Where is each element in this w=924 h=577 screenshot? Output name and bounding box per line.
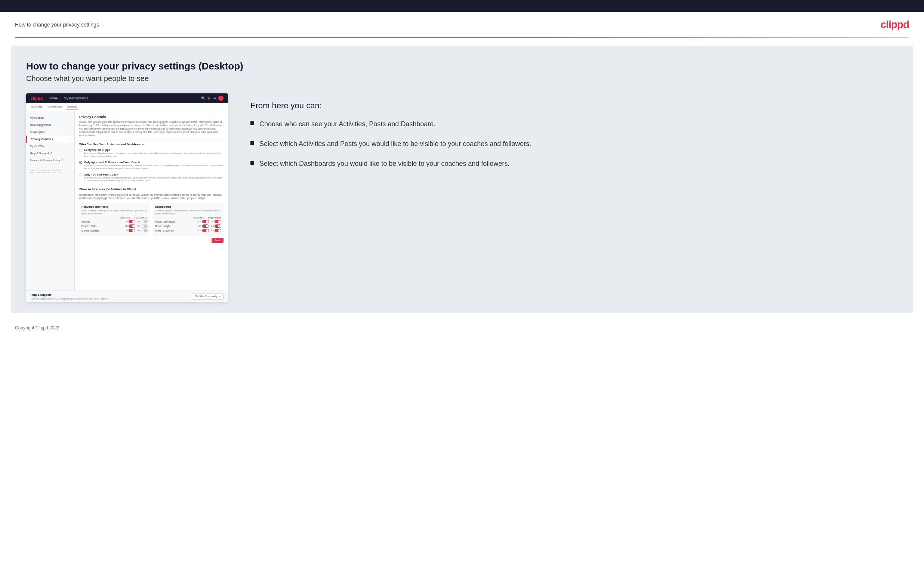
bullet-item-2: Select which Activities and Posts you wo… bbox=[250, 139, 898, 148]
mock-toggle-rounds-followers[interactable] bbox=[141, 220, 148, 223]
mock-toggle-practice-coaches[interactable] bbox=[129, 224, 135, 228]
mock-nav-home: Home bbox=[48, 96, 58, 100]
mock-toggle-section: Activities and Posts Select the types of… bbox=[79, 203, 223, 235]
mock-toggle-round-followers[interactable] bbox=[215, 224, 221, 228]
mock-nav-performance: My Performance bbox=[63, 96, 88, 100]
mock-toggle-what-to-work: What To Work On ON ON bbox=[155, 229, 221, 232]
mock-tabs: My Profile Connections Settings bbox=[26, 103, 228, 111]
mock-sidebar-help[interactable]: Help & Support ↗ bbox=[26, 150, 74, 157]
mock-radio-only-you-btn[interactable] bbox=[79, 173, 82, 176]
mock-toggle-player-coaches[interactable] bbox=[202, 220, 209, 223]
mock-sidebar: My Account › Data Integrations › Subscri… bbox=[26, 111, 75, 290]
mock-tab-connections[interactable]: Connections bbox=[46, 105, 63, 110]
mock-divider-1 bbox=[79, 140, 223, 140]
mock-save-row: Save bbox=[79, 238, 223, 243]
mock-toggle-round-coaches[interactable] bbox=[202, 224, 209, 228]
header-title: How to change your privacy settings bbox=[15, 22, 99, 27]
page-heading: How to change your privacy settings (Des… bbox=[26, 61, 898, 72]
mock-help-desc: Visit our Clippd community to troublesho… bbox=[31, 298, 109, 300]
mock-show-hide-title: Show or hide specific features in Clippd bbox=[79, 187, 223, 191]
mock-radio-only-you: Only You and Your Coach Only you and the… bbox=[79, 173, 223, 183]
mock-logo: clippd bbox=[31, 96, 43, 100]
copyright: Copyright Clippd 2022 bbox=[15, 325, 60, 330]
mock-tab-settings[interactable]: Settings bbox=[66, 105, 78, 110]
mock-toggle-work-coaches[interactable] bbox=[202, 229, 209, 232]
mock-help-content: Help & Support Visit our Clippd communit… bbox=[31, 293, 109, 300]
top-bar bbox=[0, 0, 924, 12]
bullet-item-3: Select which Dashboards you would like t… bbox=[250, 159, 898, 168]
bullet-square-3 bbox=[250, 161, 254, 165]
mock-toggle-manual-coaches[interactable] bbox=[129, 229, 135, 232]
mock-chevron-data: › bbox=[70, 124, 71, 126]
content-layout: clippd Home My Performance 🔍 ⊞ ••• My Pr… bbox=[26, 93, 898, 302]
bullet-list: Choose who can see your Activities, Post… bbox=[250, 119, 898, 169]
mock-toggle-practice: Practice Drills ON ON bbox=[81, 224, 148, 228]
mock-show-hide-desc: Regardless of the privacy controls that … bbox=[79, 193, 223, 200]
bullet-text-3: Select which Dashboards you would like t… bbox=[259, 159, 509, 168]
from-here-title: From here you can: bbox=[250, 101, 898, 111]
mock-toggle-rounds: Rounds ON ON bbox=[81, 220, 148, 223]
mock-version-info: Clippd Client Version: 2022.8.2SQL Serve… bbox=[26, 167, 74, 176]
mock-help-title: Help & Support bbox=[31, 293, 109, 297]
mock-chevron-privacy: › bbox=[70, 138, 71, 140]
page-subheading: Choose what you want people to see bbox=[26, 74, 898, 83]
mock-activities-table: Activities and Posts Select the types of… bbox=[79, 203, 150, 235]
mock-sidebar-privacy[interactable]: Privacy Controls › bbox=[26, 135, 74, 143]
mock-sidebar-data-integrations[interactable]: Data Integrations › bbox=[26, 121, 74, 129]
bullet-text-2: Select which Activities and Posts you wo… bbox=[259, 139, 531, 148]
mock-privacy-desc: Control how you and your data appears to… bbox=[79, 120, 223, 137]
mock-navbar: clippd Home My Performance 🔍 ⊞ ••• bbox=[26, 93, 228, 103]
bullet-square-1 bbox=[250, 121, 254, 125]
mock-chevron-bag: › bbox=[70, 145, 71, 148]
screenshot-mockup: clippd Home My Performance 🔍 ⊞ ••• My Pr… bbox=[26, 93, 228, 302]
mock-toggle-round-insights: Round Insights ON ON bbox=[155, 224, 221, 228]
bullet-square-2 bbox=[250, 141, 254, 145]
mock-save-button[interactable]: Save bbox=[212, 238, 223, 243]
right-panel: From here you can: Choose who can see yo… bbox=[243, 93, 898, 179]
mock-toggle-manual-followers[interactable] bbox=[141, 229, 148, 232]
mock-radio-approved-btn[interactable] bbox=[79, 161, 82, 164]
mock-tab-myprofile[interactable]: My Profile bbox=[29, 105, 44, 110]
mock-search-icon: 🔍 bbox=[201, 96, 205, 100]
mock-chevron-account: › bbox=[70, 116, 71, 119]
footer: Copyright Clippd 2022 bbox=[0, 321, 924, 335]
mock-radio-only-you-content: Only You and Your Coach Only you and the… bbox=[84, 173, 223, 183]
mock-main-panel: Privacy Controls Control how you and you… bbox=[75, 111, 228, 290]
mock-sidebar-golf-bag[interactable]: My Golf Bag › bbox=[26, 143, 74, 150]
mock-bell-icon: ••• bbox=[213, 96, 216, 100]
mock-radio-everyone-content: Everyone on Clippd Everyone on Clippd ca… bbox=[84, 148, 223, 158]
mock-radio-approved-content: Only Approved Followers and Your Coach O… bbox=[84, 161, 223, 170]
mock-nav-icons: 🔍 ⊞ ••• bbox=[201, 96, 223, 101]
mock-sidebar-privacy-policy[interactable]: Service & Privacy Policy ↗ bbox=[26, 157, 74, 164]
header: How to change your privacy settings clip… bbox=[0, 12, 924, 37]
mock-sidebar-subscription[interactable]: Subscription › bbox=[26, 129, 74, 135]
logo: clippd bbox=[880, 19, 909, 31]
mock-radio-approved: Only Approved Followers and Your Coach O… bbox=[79, 161, 223, 170]
mock-dashboards-table: Dashboards Select the types of activity … bbox=[153, 203, 223, 235]
mock-privacy-title: Privacy Controls bbox=[79, 115, 223, 119]
bullet-item-1: Choose who can see your Activities, Post… bbox=[250, 119, 898, 129]
mock-toggle-manual: Manual Activities ON ON bbox=[81, 229, 148, 232]
main-content: How to change your privacy settings (Des… bbox=[11, 45, 913, 313]
mock-grid-icon: ⊞ bbox=[207, 96, 210, 100]
mock-radio-everyone-btn[interactable] bbox=[79, 148, 82, 152]
mock-toggle-work-followers[interactable] bbox=[215, 229, 221, 232]
mock-chevron-sub: › bbox=[70, 131, 71, 133]
mock-toggle-practice-followers[interactable] bbox=[141, 224, 148, 228]
bullet-text-1: Choose who can see your Activities, Post… bbox=[259, 119, 435, 129]
mock-help-bar: Help & Support Visit our Clippd communit… bbox=[26, 290, 228, 302]
mock-who-can-see-title: Who Can See Your Activities and Dashboar… bbox=[79, 143, 223, 146]
mock-radio-everyone: Everyone on Clippd Everyone on Clippd ca… bbox=[79, 148, 223, 158]
mock-sidebar-my-account[interactable]: My Account › bbox=[26, 114, 74, 121]
mock-avatar bbox=[218, 96, 223, 101]
mock-toggle-rounds-coaches[interactable] bbox=[129, 220, 135, 223]
mock-divider-2 bbox=[79, 185, 223, 185]
mock-app-layout: My Account › Data Integrations › Subscri… bbox=[26, 111, 228, 290]
header-divider bbox=[15, 37, 909, 38]
mock-toggle-player-dash: Player Dashboard ON ON bbox=[155, 220, 221, 223]
mock-visit-community-button[interactable]: Visit Our Community ↗ bbox=[192, 293, 223, 300]
mock-toggle-player-followers[interactable] bbox=[215, 220, 221, 223]
